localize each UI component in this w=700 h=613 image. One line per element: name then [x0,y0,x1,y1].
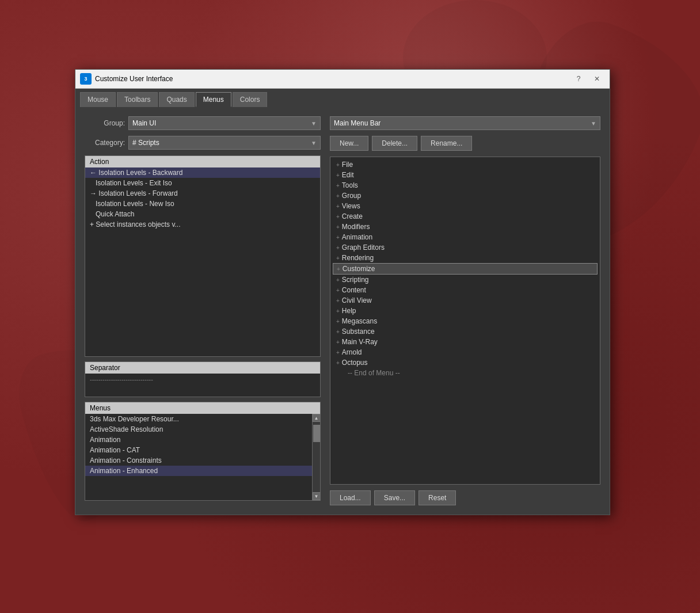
dialog-title: Customize User Interface [95,75,567,83]
menu-item[interactable]: Animation - Constraints [85,455,312,466]
category-dropdown-arrow: ▼ [311,140,317,146]
tree-item-arnold[interactable]: + Arnold [333,347,598,357]
expand-icon: + [336,203,340,210]
tab-mouse[interactable]: Mouse [80,92,116,107]
tree-item-customize[interactable]: + Customize [333,263,598,275]
tab-bar: Mouse Toolbars Quads Menus Colors [75,89,610,107]
scroll-down-arrow[interactable]: ▼ [313,492,321,500]
list-item[interactable]: Isolation Levels - Exit Iso [85,178,320,188]
expand-icon: + [336,339,340,345]
tab-menus[interactable]: Menus [196,92,231,107]
tree-item-main-vray[interactable]: + Main V-Ray [333,337,598,347]
app-icon: 3 [80,73,92,85]
expand-icon: + [336,234,340,241]
group-value: Main UI [132,119,156,127]
menu-item[interactable]: 3ds Max Developer Resour... [85,414,312,424]
tree-item-substance[interactable]: + Substance [333,326,598,337]
close-button[interactable]: ✕ [589,73,605,85]
scrollbar[interactable]: ▲ ▼ [312,414,320,500]
tree-item-megascans[interactable]: + Megascans [333,316,598,326]
expand-icon: + [336,182,340,189]
expand-icon: + [336,277,340,283]
group-label: Group: [85,119,125,127]
tree-item-tools[interactable]: + Tools [333,180,598,191]
tree-item-views[interactable]: + Views [333,201,598,211]
scroll-thumb[interactable] [313,425,320,442]
expand-icon: + [336,162,340,168]
menu-bar-dropdown[interactable]: Main Menu Bar ▼ [330,116,600,130]
bottom-buttons-row: Load... Save... Reset [330,490,600,505]
tree-item-create[interactable]: + Create [333,211,598,222]
menu-item[interactable]: Animation [85,435,312,445]
expand-icon: + [336,172,340,178]
tab-colors[interactable]: Colors [233,92,268,107]
menu-item[interactable]: Animation - Enhanced [85,466,312,476]
list-item[interactable]: Isolation Levels - New Iso [85,199,320,209]
scroll-track [313,422,321,492]
delete-button[interactable]: Delete... [372,136,417,151]
menus-list-wrapper: 3ds Max Developer Resour... ActiveShade … [85,414,320,500]
menu-item[interactable]: Animation - CAT [85,445,312,455]
group-dropdown[interactable]: Main UI ▼ [128,116,321,130]
tab-toolbars[interactable]: Toolbars [117,92,158,107]
list-item[interactable]: → Isolation Levels - Forward [85,188,320,199]
list-item[interactable]: + Select instances objects v... [85,219,320,230]
expand-icon: + [336,329,340,335]
tree-item-file[interactable]: + File [333,159,598,170]
menu-bar-dropdown-arrow: ▼ [591,120,596,127]
title-bar-controls: ? ✕ [570,73,605,85]
expand-icon: + [336,308,340,314]
title-bar: 3 Customize User Interface ? ✕ [75,70,610,89]
tree-item-end-of-menu: -- End of Menu -- [333,368,598,378]
menus-header: Menus [85,402,320,414]
save-button[interactable]: Save... [374,490,415,505]
tree-item-animation[interactable]: + Animation [333,232,598,242]
reset-button[interactable]: Reset [419,490,456,505]
list-item[interactable]: ← Isolation Levels - Backward [85,167,320,178]
expand-icon: + [336,214,340,220]
load-button[interactable]: Load... [330,490,371,505]
menu-tree: + File + Edit + Tools + Group + Views [330,157,600,485]
action-list-header: Action [85,156,320,167]
menu-bar-value: Main Menu Bar [334,119,381,127]
group-dropdown-arrow: ▼ [311,120,317,127]
tree-item-scripting[interactable]: + Scripting [333,275,598,285]
tree-item-content[interactable]: + Content [333,285,598,295]
menus-box: Menus 3ds Max Developer Resour... Active… [85,402,321,501]
expand-icon: + [337,266,340,272]
category-label: Category: [85,139,125,147]
tree-item-group[interactable]: + Group [333,191,598,201]
tree-item-graph-editors[interactable]: + Graph Editors [333,242,598,253]
customize-ui-dialog: 3 Customize User Interface ? ✕ Mouse Too… [75,69,610,515]
category-value: # Scripts [132,139,159,147]
expand-icon: + [336,318,340,325]
tab-quads[interactable]: Quads [159,92,194,107]
help-button[interactable]: ? [570,73,587,85]
tree-item-civil-view[interactable]: + Civil View [333,295,598,306]
expand-icon: + [336,224,340,230]
expand-icon: + [336,193,340,199]
expand-icon: + [336,245,340,251]
expand-icon: + [336,255,340,261]
scroll-up-arrow[interactable]: ▲ [313,414,321,422]
tree-item-help[interactable]: + Help [333,306,598,316]
separator-content: ------------------------------ [85,374,320,397]
tree-item-edit[interactable]: + Edit [333,170,598,180]
category-dropdown[interactable]: # Scripts ▼ [128,136,321,150]
expand-icon: + [336,298,340,304]
action-buttons-row: New... Delete... Rename... [330,136,600,151]
separator-box: Separator ------------------------------ [85,361,321,397]
tree-item-rendering[interactable]: + Rendering [333,253,598,263]
action-list: Action ← Isolation Levels - Backward Iso… [85,155,321,357]
list-item[interactable]: Quick Attach [85,209,320,219]
menu-item[interactable]: ActiveShade Resolution [85,424,312,435]
right-panel: Main Menu Bar ▼ New... Delete... Rename.… [330,116,600,505]
rename-button[interactable]: Rename... [421,136,472,151]
expand-icon: + [336,287,340,294]
category-row: Category: # Scripts ▼ [85,136,321,150]
group-row: Group: Main UI ▼ [85,116,321,130]
tree-item-modifiers[interactable]: + Modifiers [333,222,598,232]
separator-header: Separator [85,362,320,374]
new-button[interactable]: New... [330,136,368,151]
tree-item-octopus[interactable]: + Octopus [333,357,598,368]
